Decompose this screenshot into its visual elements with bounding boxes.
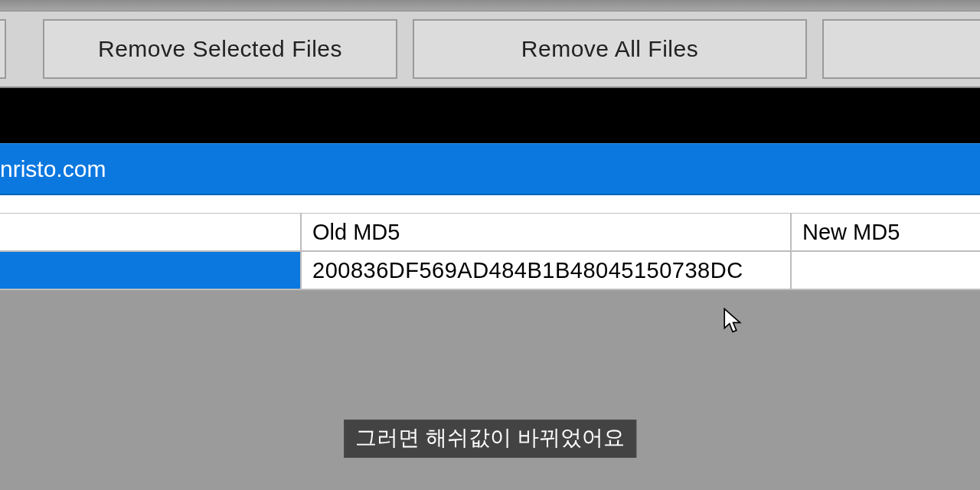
column-header-filepath[interactable] xyxy=(0,214,302,250)
md5-table: Old MD5 New MD5 200836DF569AD484B1B48045… xyxy=(0,214,980,290)
column-header-new-md5[interactable]: New MD5 xyxy=(792,214,980,250)
toolbar-button-cut-right[interactable] xyxy=(822,19,980,79)
cell-old-md5: 200836DF569AD484B1B48045150738DC xyxy=(302,252,792,289)
window-chrome-strip xyxy=(0,0,980,11)
table-top-gap xyxy=(0,195,980,214)
toolbar-button-cut-left[interactable] xyxy=(0,19,6,79)
column-header-old-md5[interactable]: Old MD5 xyxy=(302,214,792,250)
remove-selected-files-button[interactable]: Remove Selected Files xyxy=(43,19,397,79)
selected-file-name-fragment: nristo.com xyxy=(0,156,106,182)
path-bar xyxy=(0,88,980,143)
selected-file-bar[interactable]: nristo.com xyxy=(0,143,980,195)
table-row[interactable]: 200836DF569AD484B1B48045150738DC xyxy=(0,252,980,290)
cell-filepath xyxy=(0,252,302,289)
remove-all-files-button[interactable]: Remove All Files xyxy=(413,19,807,79)
cell-new-md5 xyxy=(792,252,980,289)
table-header-row: Old MD5 New MD5 xyxy=(0,214,980,252)
video-subtitle: 그러면 해쉬값이 바뀌었어요 xyxy=(344,420,636,458)
table-empty-area xyxy=(0,290,980,490)
toolbar: Remove Selected Files Remove All Files xyxy=(0,11,980,88)
